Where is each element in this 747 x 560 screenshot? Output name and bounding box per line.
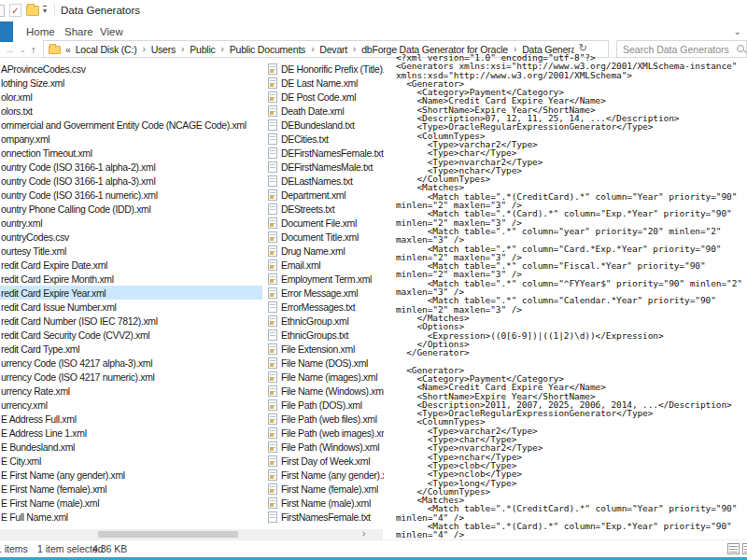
breadcrumb-item[interactable]: Public	[190, 44, 215, 55]
thumbnail-view-icon[interactable]	[742, 543, 747, 554]
file-item[interactable]: File Path (Windows).xml	[266, 440, 384, 454]
file-item[interactable]: urrency.xml	[0, 398, 262, 412]
file-item[interactable]: redit Card Type.xml	[0, 342, 262, 356]
preview-pane[interactable]: <?xml version="1.0" encoding="utf-8"?> <…	[396, 53, 747, 542]
breadcrumb-item[interactable]: Devart	[319, 44, 347, 55]
file-item[interactable]: lothing Size.xml	[0, 76, 262, 90]
file-item[interactable]: E City.xml	[0, 454, 262, 468]
file-item[interactable]: redit Card Expire Date.xml	[0, 258, 262, 272]
breadcrumb-item[interactable]: Public Documents	[230, 44, 305, 55]
details-view-icon[interactable]	[727, 543, 740, 554]
file-item[interactable]: olor.xml	[0, 90, 262, 104]
file-item[interactable]: olors.txt	[0, 104, 262, 118]
file-item[interactable]: AProvinceCodes.csv	[0, 62, 262, 76]
file-item[interactable]: First Name (female).xml	[266, 482, 384, 496]
file-item[interactable]: ountry Code (ISO 3166-1 alpha-3).xml	[0, 174, 262, 188]
file-name: DELastNames.txt	[281, 175, 352, 187]
file-item[interactable]: redit Card Number (ISO IEC 7812).xml	[0, 314, 262, 328]
breadcrumb-separator-icon[interactable]: ›	[353, 44, 356, 54]
breadcrumb-separator-icon[interactable]: ›	[311, 44, 314, 54]
file-item[interactable]: File Path (web files).xml	[266, 412, 384, 426]
file-item[interactable]: ompany.xml	[0, 132, 262, 146]
file-item[interactable]: E First Name (male).xml	[0, 496, 262, 510]
file-item[interactable]: redit Card Security Code (CVV2).xml	[0, 328, 262, 342]
file-item[interactable]: urrency Code (ISO 4217 numeric).xml	[0, 370, 262, 384]
file-item[interactable]: DEFirstNamesFemale.txt	[266, 146, 384, 160]
up-icon[interactable]: ↑	[31, 42, 36, 57]
file-item[interactable]: File Extension.xml	[266, 342, 384, 356]
file-item[interactable]: Email.xml	[266, 258, 384, 272]
file-item[interactable]: EthnicGroups.txt	[266, 328, 384, 342]
tab-share[interactable]: Share	[64, 21, 93, 42]
breadcrumb-item[interactable]: Local Disk (C:)	[76, 44, 137, 55]
breadcrumb-overflow-icon[interactable]: «	[65, 44, 71, 55]
address-dropdown-icon[interactable]: ⌄	[560, 45, 567, 53]
forward-icon[interactable]: →	[5, 42, 15, 57]
recent-locations-chevron-icon[interactable]: ⌄	[20, 42, 26, 59]
scrollbar-thumb[interactable]	[98, 531, 238, 538]
file-item[interactable]: Document Title.xml	[266, 230, 384, 244]
file-item[interactable]: ountry Code (ISO 3166-1 numeric).xml	[0, 188, 262, 202]
tab-view[interactable]: View	[100, 21, 123, 42]
file-item[interactable]: ErrorMessages.txt	[266, 300, 384, 314]
file-item[interactable]: DECities.txt	[266, 132, 384, 146]
expand-ribbon-icon[interactable]: ⌄	[734, 26, 741, 36]
horizontal-scrollbar[interactable]: ›	[0, 529, 383, 539]
file-item[interactable]: First Day of Week.xml	[266, 454, 384, 468]
file-item[interactable]: First Name (male).xml	[266, 496, 384, 510]
file-item[interactable]: E Address Full.xml	[0, 412, 262, 426]
file-item[interactable]: E Full Name.xml	[0, 510, 262, 524]
scroll-right-arrow-icon[interactable]: ›	[362, 528, 365, 539]
file-item[interactable]: File Name (images).xml	[266, 370, 384, 384]
file-item[interactable]: E First Name (any gender).xml	[0, 468, 262, 482]
file-item[interactable]: redit Card Expire Year.xml	[0, 286, 262, 300]
file-item[interactable]: onnection Timeout.xml	[0, 146, 262, 160]
file-item[interactable]: File Path (web images).xml	[266, 426, 384, 440]
file-item[interactable]: ourtesy Title.xml	[0, 244, 262, 258]
file-item[interactable]: Error Message.xml	[266, 286, 384, 300]
tab-home[interactable]: Home	[26, 21, 55, 42]
file-item[interactable]: Death Date.xml	[266, 104, 384, 118]
txt-file-icon	[268, 203, 277, 215]
file-item[interactable]: Employment Term.xml	[266, 272, 384, 286]
file-item[interactable]: DE Last Name.xml	[266, 76, 384, 90]
customize-toolbar-arrow-icon[interactable]: ▾	[43, 6, 47, 16]
file-item[interactable]: ountryCodes.csv	[0, 230, 262, 244]
file-item[interactable]: EthnicGroup.xml	[266, 314, 384, 328]
file-item[interactable]: urrency Rate.xml	[0, 384, 262, 398]
file-item[interactable]: ommercial and Government Entity Code (NC…	[0, 118, 262, 132]
tab-file[interactable]: File	[0, 21, 13, 42]
file-item[interactable]: redit Card Issue Number.xml	[0, 300, 262, 314]
breadcrumb-separator-icon[interactable]: ›	[181, 44, 184, 54]
file-item[interactable]: ountry Code (ISO 3166-1 alpha-2).xml	[0, 160, 262, 174]
file-item[interactable]: DEFirstNamesMale.txt	[266, 160, 384, 174]
file-item[interactable]: DE Post Code.xml	[266, 90, 384, 104]
search-icon[interactable]	[737, 45, 744, 52]
breadcrumb-item[interactable]: Users	[151, 44, 176, 55]
clipped-toolbar-icon[interactable]	[0, 5, 5, 17]
file-item[interactable]: ountry Phone Calling Code (IDD).xml	[0, 202, 262, 216]
file-item[interactable]: File Name (Windows).xml	[266, 384, 384, 398]
file-item[interactable]: First Name (any gender).xml	[266, 468, 384, 482]
file-item[interactable]: DE Honorific Prefix (Title).xml	[266, 62, 384, 76]
breadcrumb-separator-icon[interactable]: ›	[221, 44, 224, 54]
file-item[interactable]: E Address Line 1.xml	[0, 426, 262, 440]
breadcrumb-separator-icon[interactable]: ›	[143, 44, 146, 54]
file-item[interactable]: File Path (DOS).xml	[266, 398, 384, 412]
file-item[interactable]: Document File.xml	[266, 216, 384, 230]
file-item[interactable]: DEBundesland.txt	[266, 118, 384, 132]
file-item[interactable]: urrency Code (ISO 4217 alpha-3).xml	[0, 356, 262, 370]
file-item[interactable]: ountry.xml	[0, 216, 262, 230]
file-name: Email.xml	[281, 259, 320, 271]
properties-check-icon[interactable]: ✓	[9, 4, 21, 17]
file-item[interactable]: redit Card Expire Month.xml	[0, 272, 262, 286]
file-item[interactable]: File Name (DOS).xml	[266, 356, 384, 370]
file-item[interactable]: E Bundesland.xml	[0, 440, 262, 454]
file-item[interactable]: DEStreets.txt	[266, 202, 384, 216]
file-item[interactable]: Drug Name.xml	[266, 244, 384, 258]
new-folder-icon[interactable]	[26, 6, 39, 16]
file-item[interactable]: FirstNamesFemale.txt	[266, 510, 384, 524]
file-item[interactable]: Department.xml	[266, 188, 384, 202]
file-item[interactable]: E First Name (female).xml	[0, 482, 262, 496]
file-item[interactable]: DELastNames.txt	[266, 174, 384, 188]
